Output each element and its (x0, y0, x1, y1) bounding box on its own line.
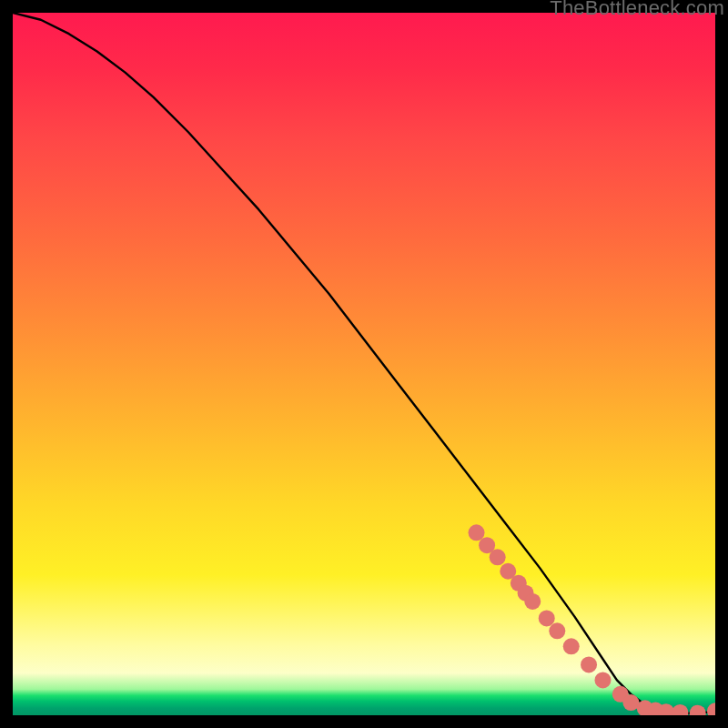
scatter-dot (549, 622, 565, 639)
scatter-dot (490, 549, 506, 565)
plot-area (13, 13, 715, 715)
scatter-dots (469, 524, 715, 715)
chart-svg (13, 13, 715, 715)
scatter-dot (707, 703, 715, 715)
scatter-dot (539, 610, 555, 626)
scatter-dot (690, 705, 706, 715)
curve-line (13, 13, 715, 713)
watermark-text: TheBottleneck.com (550, 0, 724, 20)
scatter-dot (622, 694, 639, 711)
scatter-dot (581, 656, 597, 672)
scatter-dot (672, 704, 688, 715)
scatter-dot (563, 638, 580, 654)
chart-stage: TheBottleneck.com (0, 0, 728, 728)
scatter-dot (524, 593, 541, 610)
scatter-dot (469, 524, 485, 541)
scatter-dot (594, 672, 611, 688)
